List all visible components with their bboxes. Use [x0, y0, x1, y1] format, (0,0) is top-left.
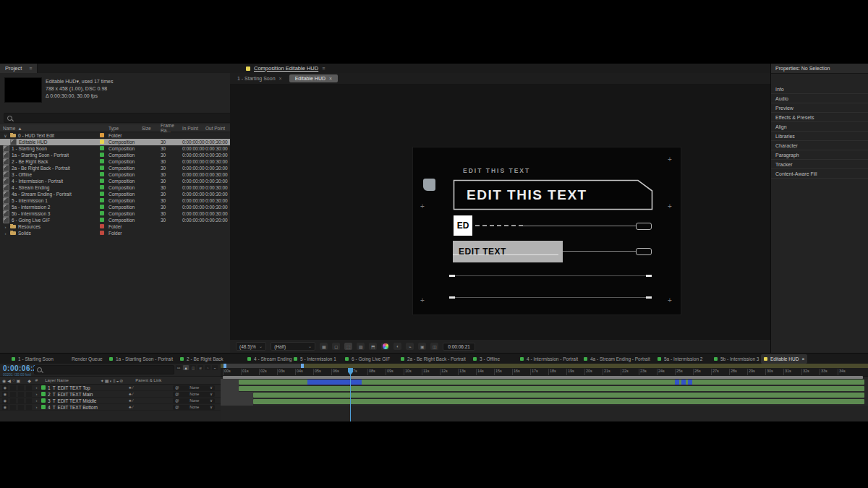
eye-icon[interactable]: ◉ — [2, 385, 8, 390]
channel-color-icon[interactable] — [381, 343, 389, 350]
parent-link-dropdown[interactable]: @None∨ — [173, 385, 215, 390]
column-header-size[interactable]: Size — [142, 126, 161, 131]
panel-tab-effects-presets[interactable]: Effects & Presets — [771, 113, 868, 122]
panel-tab-libraries[interactable]: Libraries — [771, 132, 868, 141]
label-color-chip[interactable] — [100, 146, 104, 150]
solo-icon[interactable] — [18, 405, 24, 410]
project-item-row[interactable]: 6 - Going Live GIFComposition300:00:00:0… — [0, 217, 230, 223]
panel-tab-content-aware-fill[interactable]: Content-Aware Fill — [771, 169, 868, 179]
lock-icon[interactable] — [26, 392, 32, 397]
viewer-tab-editable-hud[interactable]: Editable HUD × — [289, 74, 339, 82]
properties-panel-header[interactable]: Properties: No Selection — [771, 64, 868, 74]
layer-label-chip[interactable] — [41, 405, 46, 409]
timeline-tab-4-intermission-portrait[interactable]: 4 - Intermission - Portrait — [517, 354, 581, 364]
solo-icon[interactable] — [18, 392, 24, 397]
layer-label-chip[interactable] — [41, 385, 46, 390]
panel-menu-icon[interactable]: ≡ — [322, 66, 325, 71]
parent-link-dropdown[interactable]: @None∨ — [173, 405, 215, 410]
project-item-row[interactable]: 1 - Starting SoonComposition300:00:00:00… — [0, 145, 230, 152]
label-color-chip[interactable] — [100, 231, 109, 236]
label-color-chip[interactable] — [100, 218, 109, 223]
parent-link-column-header[interactable]: Parent & Link — [135, 378, 161, 382]
timeline-layer-row[interactable]: ◉›1TEDIT TEXT Top♣ ⁄@None∨ — [0, 385, 221, 391]
project-item-row[interactable]: Editable HUDComposition300:00:00:000:00:… — [0, 139, 230, 145]
motion-blur-icon[interactable]: ◔ — [205, 365, 210, 370]
label-color-chip[interactable] — [100, 159, 104, 163]
label-color-chip[interactable] — [100, 140, 104, 144]
layer-bar-2[interactable] — [239, 386, 864, 391]
project-item-row[interactable]: 5a - Intermission 2Composition300:00:00:… — [0, 204, 230, 210]
timeline-tab-5b-intermission-3[interactable]: 5b - Intermission 3 — [711, 354, 762, 364]
tab-project[interactable]: Project ≡ — [0, 64, 38, 73]
timeline-tab-3-offline[interactable]: 3 - Offline — [470, 354, 503, 364]
timeline-tab-editable-hud[interactable]: Editable HUD× — [761, 354, 807, 364]
timeline-tab-1-starting-soon[interactable]: 1 - Starting Soon — [9, 354, 56, 364]
timeline-tab-5a-intermission-2[interactable]: 5a - Intermission 2 — [655, 354, 705, 364]
close-icon[interactable]: × — [329, 76, 332, 81]
label-color-chip[interactable] — [100, 218, 104, 222]
label-color-chip[interactable] — [100, 166, 109, 171]
project-item-row[interactable]: ∨0 - HUD Text EditFolder — [0, 132, 230, 139]
panel-tab-align[interactable]: Align — [771, 122, 868, 132]
folder-expand-icon[interactable]: › — [3, 231, 8, 236]
label-color-chip[interactable] — [100, 179, 104, 183]
column-header-type[interactable]: Type — [109, 126, 142, 131]
label-color-chip[interactable] — [100, 224, 104, 228]
label-color-chip[interactable] — [100, 211, 104, 215]
composition-viewer[interactable]: EDIT THIS TEXT EDIT THIS TEXT ED EDIT TE… — [230, 84, 770, 340]
solo-icon[interactable] — [18, 398, 24, 403]
label-color-chip[interactable] — [100, 133, 104, 137]
project-item-row[interactable]: ›SolidsFolder — [0, 230, 230, 236]
resolution-dropdown[interactable]: (Half) ⌄ — [271, 342, 315, 351]
lock-icon[interactable] — [26, 385, 32, 390]
panel-tab-character[interactable]: Character — [771, 141, 868, 150]
pickwhip-icon[interactable]: @ — [175, 385, 179, 390]
pickwhip-icon[interactable]: @ — [175, 398, 179, 403]
column-header-in-point[interactable]: In Point — [182, 126, 205, 131]
pickwhip-icon[interactable]: @ — [175, 405, 179, 409]
column-header-name[interactable]: Name ▲ — [3, 126, 100, 131]
timeline-tab-6-going-live-gif[interactable]: 6 - Going Live GIF — [342, 354, 393, 364]
project-item-row[interactable]: 4a - Stream Ending - PortraitComposition… — [0, 191, 230, 197]
exposure-icon[interactable]: ◐ — [393, 343, 401, 350]
number-column-header[interactable]: # — [35, 378, 38, 382]
layer-expand-icon[interactable]: › — [34, 385, 39, 390]
label-color-chip[interactable] — [100, 172, 109, 177]
label-color-chip[interactable] — [100, 231, 104, 235]
layer-bar-selected-segment[interactable] — [307, 380, 362, 385]
label-color-chip[interactable] — [100, 198, 104, 202]
project-item-row[interactable]: 5 - Intermission 1Composition300:00:00:0… — [0, 197, 230, 204]
parent-link-dropdown[interactable]: @None∨ — [173, 398, 215, 403]
layer-expand-icon[interactable]: › — [34, 398, 39, 403]
layer-label-chip[interactable] — [41, 392, 46, 396]
timeline-tab-2a-be-right-back-portrait[interactable]: 2a - Be Right Back - Portrait — [398, 354, 469, 364]
label-color-chip[interactable] — [100, 172, 104, 176]
layer-label-chip[interactable] — [41, 398, 46, 403]
timeline-tab-render-queue[interactable]: Render Queue — [69, 354, 106, 364]
pickwhip-icon[interactable]: @ — [175, 392, 179, 396]
folder-expand-icon[interactable]: ∨ — [3, 133, 8, 138]
layer-bar-1[interactable] — [239, 380, 864, 385]
label-color-chip[interactable] — [100, 153, 109, 158]
composition-mini-flowchart-icon[interactable]: ⚯ — [176, 365, 182, 370]
solo-icon[interactable] — [18, 385, 24, 390]
label-color-chip[interactable] — [100, 185, 109, 190]
project-item-row[interactable]: 4 - Stream EndingComposition300:00:00:00… — [0, 184, 230, 191]
close-icon[interactable]: × — [801, 356, 804, 361]
snapshot-icon[interactable]: ▣ — [418, 343, 426, 350]
frame-blending-icon[interactable]: ≋ — [197, 365, 203, 370]
timeline-layer-row[interactable]: ◉›2TEDIT TEXT Main♣ ⁄@None∨ — [0, 391, 221, 398]
panel-tab-paragraph[interactable]: Paragraph — [771, 150, 868, 160]
magnification-dropdown[interactable]: (48.5)% ⌄ — [236, 342, 266, 351]
lock-icon[interactable] — [26, 398, 32, 403]
layer-bar-4[interactable] — [253, 399, 864, 404]
panel-tab-audio[interactable]: Audio — [771, 94, 868, 103]
column-header-out-point[interactable]: Out Point — [205, 126, 230, 131]
timeline-tab-4-stream-ending[interactable]: 4 - Stream Ending — [244, 354, 294, 364]
layer-expand-icon[interactable]: › — [34, 392, 39, 396]
preview-time-display[interactable]: 0:00:06:21 — [443, 343, 475, 351]
label-color-chip[interactable] — [100, 211, 109, 216]
viewer-tab-starting-soon[interactable]: 1 - Starting Soon × — [237, 76, 282, 81]
label-color-chip[interactable] — [100, 224, 109, 229]
playhead-line[interactable] — [350, 368, 351, 421]
